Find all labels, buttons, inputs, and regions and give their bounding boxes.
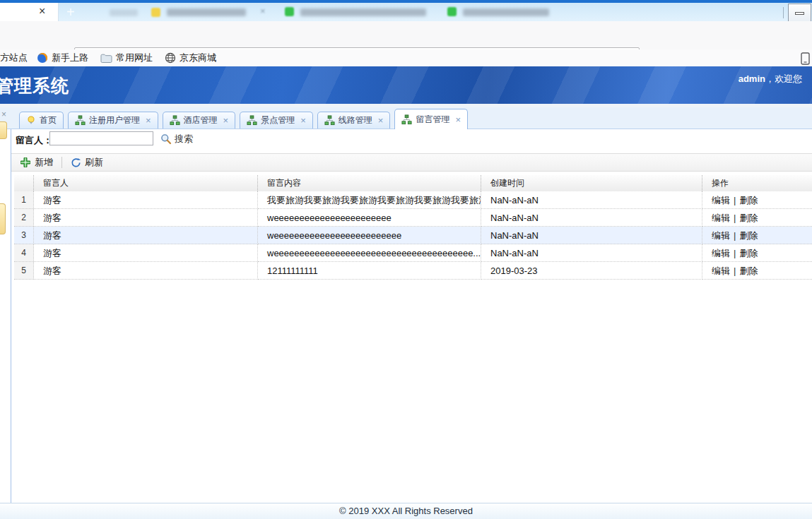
tab-close-icon[interactable]: × bbox=[378, 115, 384, 126]
datagrid-header: 留言人 留言内容 创建时间 操作 bbox=[14, 175, 812, 191]
app-title: 管理系统 bbox=[0, 74, 69, 97]
row-number: 1 bbox=[14, 191, 34, 209]
module-tabbar: 首页 注册用户管理 × 酒店管理 × 景点管理 × 线路管理 × 留言管理 × bbox=[0, 107, 812, 129]
cell-time: NaN-aN-aN bbox=[481, 227, 702, 244]
tab-message-mgmt[interactable]: 留言管理 × bbox=[394, 109, 468, 129]
edit-link[interactable]: 编辑 bbox=[712, 248, 730, 258]
bookmark-label: 新手上路 bbox=[52, 52, 88, 64]
delete-link[interactable]: 删除 bbox=[739, 230, 758, 241]
cell-time: NaN-aN-aN bbox=[481, 244, 702, 262]
bookmark-item[interactable]: 京东商城 bbox=[165, 52, 216, 64]
new-tab-button[interactable]: + bbox=[62, 4, 79, 20]
bookmark-item[interactable]: 新手上路 bbox=[37, 52, 88, 64]
delete-link[interactable]: 删除 bbox=[739, 213, 758, 223]
folder-icon bbox=[100, 53, 112, 64]
welcome-text: admin，欢迎您 bbox=[739, 73, 802, 85]
tab-close-icon[interactable]: × bbox=[455, 114, 461, 125]
add-icon bbox=[20, 157, 31, 168]
edit-link[interactable]: 编辑 bbox=[712, 266, 730, 276]
browser-tab-blurred[interactable] bbox=[167, 8, 246, 16]
refresh-icon bbox=[71, 157, 81, 168]
tab-close-icon[interactable]: × bbox=[146, 115, 151, 126]
header-time[interactable]: 创建时间 bbox=[481, 175, 702, 191]
tab-close-icon[interactable]: × bbox=[223, 115, 229, 126]
username: admin bbox=[739, 73, 765, 84]
tab-registered-users[interactable]: 注册用户管理 × bbox=[68, 112, 158, 129]
tab-route-mgmt[interactable]: 线路管理 × bbox=[317, 112, 391, 129]
browser-tab-blurred[interactable] bbox=[463, 8, 549, 16]
bookmark-item[interactable]: 常用网址 bbox=[100, 52, 153, 64]
browser-tab-current[interactable]: × bbox=[0, 3, 59, 21]
table-row[interactable]: 1 游客 我要旅游我要旅游我要旅游我要旅游我要旅游我要旅游 NaN-aN-aN … bbox=[14, 191, 812, 209]
refresh-button[interactable]: 刷新 bbox=[71, 156, 103, 169]
tab-hotel-mgmt[interactable]: 酒店管理 × bbox=[163, 112, 236, 129]
tab-scenic-mgmt[interactable]: 景点管理 × bbox=[240, 112, 313, 129]
delete-link[interactable]: 删除 bbox=[739, 266, 758, 276]
org-tree-icon bbox=[401, 114, 412, 125]
browser-tab-blurred[interactable] bbox=[300, 8, 426, 16]
add-button[interactable]: 新增 bbox=[20, 156, 53, 169]
favicon-green bbox=[285, 7, 294, 16]
org-tree-icon bbox=[75, 115, 86, 126]
browser-tab-blurred[interactable] bbox=[110, 9, 138, 16]
cell-ops: 编辑|删除 bbox=[702, 244, 812, 262]
cell-user: 游客 bbox=[34, 262, 258, 280]
cell-user: 游客 bbox=[34, 227, 258, 244]
edit-link[interactable]: 编辑 bbox=[712, 230, 730, 241]
row-number: 2 bbox=[14, 209, 34, 227]
cell-ops: 编辑|删除 bbox=[702, 227, 812, 244]
table-row[interactable]: 2 游客 weeeeeeeeeeeeeeeeeeeeeee NaN-aN-aN … bbox=[14, 209, 812, 227]
tab-label: 留言管理 bbox=[416, 114, 449, 126]
header-content[interactable]: 留言内容 bbox=[258, 175, 481, 191]
toolbar-separator bbox=[61, 157, 62, 168]
org-tree-icon bbox=[324, 115, 335, 126]
west-panel-expand-button[interactable] bbox=[0, 121, 7, 139]
tab-label: 线路管理 bbox=[339, 114, 372, 126]
smartphone-icon[interactable] bbox=[801, 52, 810, 65]
header-ops[interactable]: 操作 bbox=[702, 175, 812, 191]
header-rownumber bbox=[14, 175, 34, 191]
tab-close-icon[interactable]: × bbox=[300, 115, 306, 126]
cell-time: 2019-03-23 bbox=[481, 262, 702, 280]
firefox-icon bbox=[37, 52, 48, 64]
lightbulb-icon bbox=[26, 115, 36, 126]
copyright-text: © 2019 XXX All Rights Reserved bbox=[339, 506, 473, 516]
bookmark-item[interactable]: 方站点 bbox=[0, 52, 28, 64]
table-row-selected[interactable]: 3 游客 weeeeeeeeeeeeeeeeeeeeeeeee NaN-aN-a… bbox=[14, 227, 812, 244]
edit-link[interactable]: 编辑 bbox=[712, 213, 730, 223]
cell-content: weeeeeeeeeeeeeeeeeeeeeeeeeeeeeeeeeeeeeee… bbox=[258, 244, 481, 262]
minimize-button[interactable] bbox=[788, 4, 811, 23]
search-button-label: 搜索 bbox=[175, 133, 193, 145]
bookmark-label: 常用网址 bbox=[116, 52, 153, 64]
cell-content: weeeeeeeeeeeeeeeeeeeeeeeee bbox=[258, 227, 481, 244]
tab-close-icon[interactable]: × bbox=[39, 5, 45, 18]
favicon-green bbox=[447, 7, 457, 16]
magnifier-icon bbox=[160, 133, 172, 145]
bookmark-label: 京东商城 bbox=[180, 52, 216, 64]
edit-link[interactable]: 编辑 bbox=[712, 195, 730, 205]
cell-ops: 编辑|删除 bbox=[702, 209, 812, 227]
search-input[interactable] bbox=[49, 131, 153, 145]
tabbar-separator bbox=[783, 7, 784, 18]
tab-close-icon[interactable]: × bbox=[260, 6, 266, 16]
header-user[interactable]: 留言人 bbox=[34, 175, 258, 191]
cell-ops: 编辑|删除 bbox=[702, 262, 812, 280]
west-panel-close-icon[interactable]: × bbox=[1, 109, 6, 119]
center-panel-border bbox=[11, 129, 11, 503]
refresh-button-label: 刷新 bbox=[85, 156, 103, 169]
globe-icon bbox=[165, 52, 176, 64]
delete-link[interactable]: 删除 bbox=[739, 195, 758, 205]
table-row[interactable]: 4 游客 weeeeeeeeeeeeeeeeeeeeeeeeeeeeeeeeee… bbox=[14, 244, 812, 262]
bookmark-label: 方站点 bbox=[0, 52, 28, 64]
cell-content: weeeeeeeeeeeeeeeeeeeeeee bbox=[258, 209, 481, 227]
row-number: 5 bbox=[14, 262, 34, 280]
table-row[interactable]: 5 游客 12111111111 2019-03-23 编辑|删除 bbox=[14, 262, 812, 280]
west-panel-expand-handle[interactable] bbox=[0, 203, 6, 234]
search-button[interactable]: 搜索 bbox=[160, 133, 193, 145]
cell-content: 我要旅游我要旅游我要旅游我要旅游我要旅游我要旅游 bbox=[258, 191, 481, 209]
cell-time: NaN-aN-aN bbox=[481, 191, 702, 209]
add-button-label: 新增 bbox=[35, 156, 53, 169]
favicon-yellow bbox=[151, 8, 160, 17]
delete-link[interactable]: 删除 bbox=[739, 248, 758, 258]
tab-home[interactable]: 首页 bbox=[19, 112, 64, 129]
